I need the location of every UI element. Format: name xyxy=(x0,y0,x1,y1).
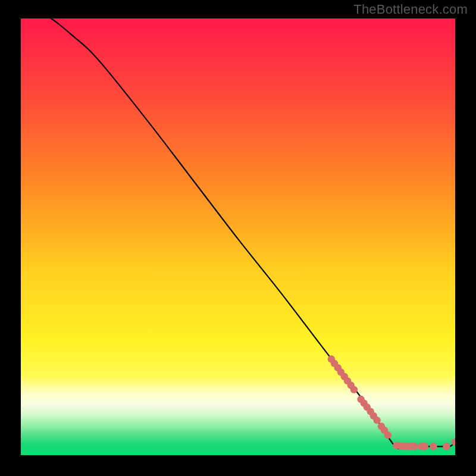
data-marker xyxy=(411,443,418,450)
chart-plot-area xyxy=(21,18,455,455)
chart-svg xyxy=(21,18,455,455)
data-marker xyxy=(443,443,450,450)
data-marker xyxy=(384,431,392,439)
data-marker xyxy=(350,386,358,393)
data-marker xyxy=(373,416,380,424)
gradient-background xyxy=(21,18,455,455)
data-marker xyxy=(421,443,428,450)
data-marker xyxy=(430,443,437,450)
attribution-text: TheBottleneck.com xyxy=(353,2,468,17)
